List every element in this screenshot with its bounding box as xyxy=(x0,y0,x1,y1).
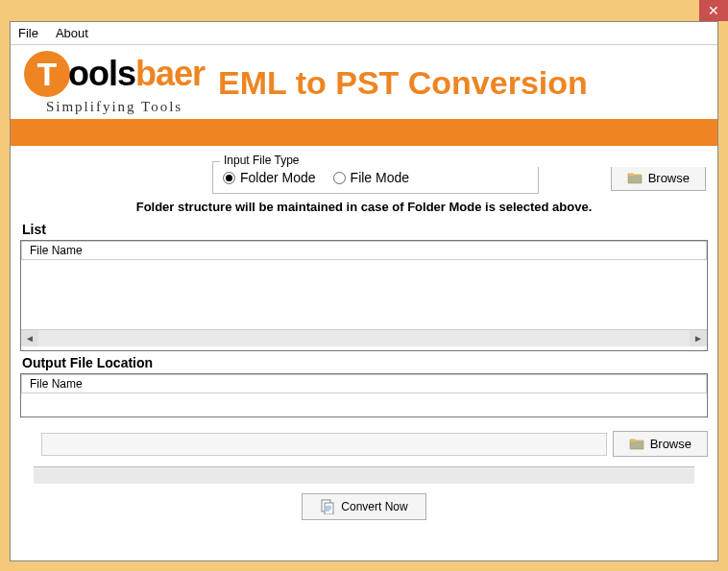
hint-text: Folder structure will be maintained in c… xyxy=(20,200,708,214)
radio-file-label: File Mode xyxy=(351,170,409,185)
convert-button[interactable]: Convert Now xyxy=(302,493,425,520)
logo: T oolsbaer Simplifying Tools xyxy=(24,51,205,115)
header-bar xyxy=(11,119,717,146)
logo-suffix: baer xyxy=(135,54,205,93)
menubar: File About xyxy=(11,22,717,45)
radio-icon xyxy=(333,172,346,184)
output-body[interactable] xyxy=(21,393,707,416)
logo-tagline: Simplifying Tools xyxy=(46,99,182,115)
output-column-header[interactable]: File Name xyxy=(21,374,707,393)
browse-input-button[interactable]: Browse xyxy=(611,165,706,191)
radio-folder-mode[interactable]: Folder Mode xyxy=(223,170,316,185)
convert-label: Convert Now xyxy=(341,500,407,513)
convert-icon xyxy=(320,499,335,514)
output-path-input[interactable] xyxy=(41,433,607,456)
app-title: EML to PST Conversion xyxy=(218,64,704,102)
radio-file-mode[interactable]: File Mode xyxy=(333,170,409,185)
logo-text: oolsbaer xyxy=(68,54,205,94)
header: T oolsbaer Simplifying Tools EML to PST … xyxy=(11,45,717,119)
folder-icon xyxy=(627,172,643,184)
list-column-header[interactable]: File Name xyxy=(21,241,707,260)
browse-label: Browse xyxy=(648,171,690,185)
logo-main: T oolsbaer xyxy=(24,51,205,97)
close-icon: ✕ xyxy=(708,3,719,18)
logo-circle: T xyxy=(24,51,70,97)
logo-prefix: ools xyxy=(68,54,135,93)
scroll-left-icon[interactable]: ◄ xyxy=(21,330,38,346)
output-label: Output File Location xyxy=(22,355,708,370)
output-list: File Name xyxy=(20,373,708,417)
file-list: File Name ◄ ► xyxy=(20,240,708,351)
app-window: File About T oolsbaer Simplifying Tools … xyxy=(10,21,718,561)
input-type-legend: Input File Type xyxy=(220,154,708,167)
list-scrollbar[interactable]: ◄ ► xyxy=(21,329,707,346)
folder-icon xyxy=(629,438,644,450)
output-browse-row: Browse xyxy=(41,431,708,457)
progress-bar xyxy=(34,466,694,484)
browse-label: Browse xyxy=(650,437,692,451)
list-body[interactable] xyxy=(21,260,707,329)
close-button[interactable]: ✕ xyxy=(699,0,728,21)
bottom-row: Convert Now xyxy=(20,493,708,520)
radio-folder-label: Folder Mode xyxy=(240,170,316,185)
content: Input File Type Folder Mode File Mode Br… xyxy=(11,146,717,560)
menu-about[interactable]: About xyxy=(56,26,88,40)
radio-icon xyxy=(223,172,235,184)
browse-output-button[interactable]: Browse xyxy=(613,431,708,457)
scroll-right-icon[interactable]: ► xyxy=(690,330,707,346)
menu-file[interactable]: File xyxy=(18,26,38,40)
list-label: List xyxy=(22,222,708,237)
